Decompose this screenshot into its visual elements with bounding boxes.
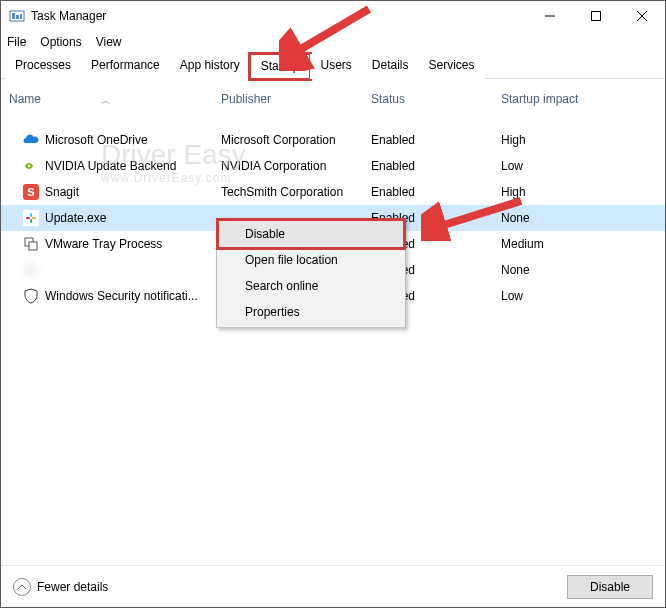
column-status[interactable]: Status xyxy=(371,92,501,106)
row-impact: High xyxy=(501,133,665,147)
column-impact[interactable]: Startup impact xyxy=(501,92,665,106)
menu-options[interactable]: Options xyxy=(40,35,81,49)
vmware-icon xyxy=(23,236,39,252)
context-search-online[interactable]: Search online xyxy=(219,273,403,299)
tab-startup[interactable]: Startup xyxy=(250,54,311,79)
row-status: Enabled xyxy=(371,133,501,147)
table-row[interactable]: SSnagitTechSmith CorporationEnabledHigh xyxy=(1,179,665,205)
svg-rect-16 xyxy=(30,219,32,223)
row-status: Enabled xyxy=(371,159,501,173)
context-open-location[interactable]: Open file location xyxy=(219,247,403,273)
context-disable[interactable]: Disable xyxy=(216,218,406,250)
fewer-details-button[interactable]: Fewer details xyxy=(13,578,108,596)
row-name: NVIDIA Update Backend xyxy=(45,159,176,173)
svg-rect-14 xyxy=(32,217,36,219)
row-impact: Low xyxy=(501,159,665,173)
table-row[interactable]: Microsoft OneDriveMicrosoft CorporationE… xyxy=(1,127,665,153)
minimize-button[interactable] xyxy=(527,1,573,31)
row-name: VMware Tray Process xyxy=(45,237,162,251)
row-publisher: TechSmith Corporation xyxy=(221,185,371,199)
column-name-label: Name xyxy=(9,92,41,106)
row-name: Snagit xyxy=(45,185,79,199)
nvidia-icon xyxy=(23,158,39,174)
column-headers: Name ︿ Publisher Status Startup impact xyxy=(1,79,665,109)
disable-button[interactable]: Disable xyxy=(567,575,653,599)
title-bar: Task Manager xyxy=(1,1,665,31)
row-name: Update.exe xyxy=(45,211,106,225)
row-publisher: NVIDIA Corporation xyxy=(221,159,371,173)
slack-icon xyxy=(23,210,39,226)
row-impact: None xyxy=(501,263,665,277)
svg-rect-12 xyxy=(23,210,39,226)
svg-rect-2 xyxy=(16,15,19,19)
column-name[interactable]: Name ︿ xyxy=(1,92,221,106)
svg-rect-3 xyxy=(20,14,22,19)
context-menu: Disable Open file location Search online… xyxy=(216,218,406,328)
svg-rect-13 xyxy=(26,217,30,219)
menu-bar: File Options View xyxy=(1,31,665,53)
close-button[interactable] xyxy=(619,1,665,31)
row-publisher: Microsoft Corporation xyxy=(221,133,371,147)
tab-performance[interactable]: Performance xyxy=(81,54,170,79)
row-status: Enabled xyxy=(371,185,501,199)
maximize-button[interactable] xyxy=(573,1,619,31)
menu-view[interactable]: View xyxy=(96,35,122,49)
context-properties[interactable]: Properties xyxy=(219,299,403,325)
chevron-up-icon xyxy=(13,578,31,596)
app-icon xyxy=(9,8,25,24)
svg-rect-18 xyxy=(29,242,37,250)
fewer-details-label: Fewer details xyxy=(37,580,108,594)
blank-icon xyxy=(23,262,39,278)
row-name: Microsoft OneDrive xyxy=(45,133,148,147)
tab-services[interactable]: Services xyxy=(419,54,485,79)
row-impact: Low xyxy=(501,289,665,303)
row-impact: High xyxy=(501,185,665,199)
shield-icon xyxy=(23,288,39,304)
svg-rect-19 xyxy=(25,264,37,276)
column-publisher[interactable]: Publisher xyxy=(221,92,371,106)
window-title: Task Manager xyxy=(31,9,106,23)
snagit-icon: S xyxy=(23,184,39,200)
tab-users[interactable]: Users xyxy=(310,54,361,79)
svg-point-9 xyxy=(28,165,31,168)
sort-indicator-icon: ︿ xyxy=(101,94,111,108)
footer: Fewer details Disable xyxy=(1,565,665,607)
row-impact: Medium xyxy=(501,237,665,251)
svg-rect-5 xyxy=(592,12,601,21)
tab-processes[interactable]: Processes xyxy=(5,54,81,79)
svg-rect-15 xyxy=(30,213,32,217)
row-impact: None xyxy=(501,211,665,225)
tab-details[interactable]: Details xyxy=(362,54,419,79)
tab-bar: Processes Performance App history Startu… xyxy=(1,53,665,79)
table-row[interactable]: NVIDIA Update BackendNVIDIA CorporationE… xyxy=(1,153,665,179)
svg-text:S: S xyxy=(27,186,34,198)
tab-app-history[interactable]: App history xyxy=(170,54,250,79)
svg-rect-1 xyxy=(12,13,15,19)
onedrive-icon xyxy=(23,132,39,148)
menu-file[interactable]: File xyxy=(7,35,26,49)
row-name: Windows Security notificati... xyxy=(45,289,198,303)
